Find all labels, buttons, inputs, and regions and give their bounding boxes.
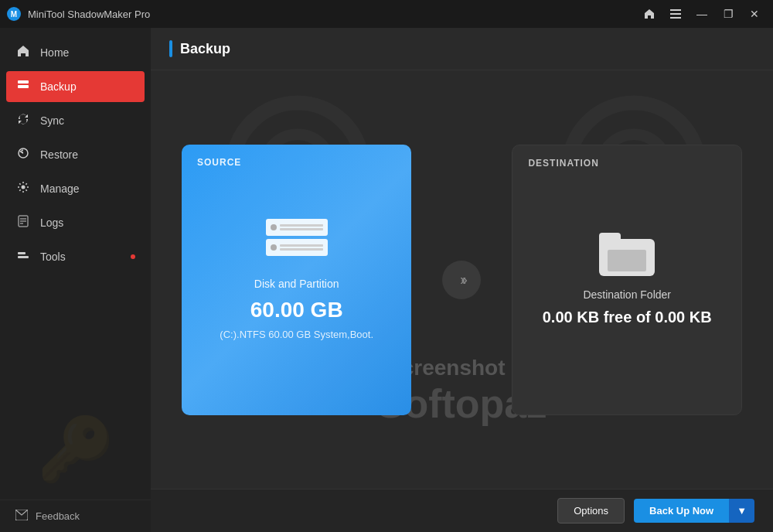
source-detail: (C:).NTFS 60.00 GB System,Boot. [220, 329, 373, 340]
feedback-label: Feedback [36, 510, 80, 522]
manage-icon [15, 181, 31, 196]
svg-rect-3 [670, 13, 681, 15]
backup-icon [15, 79, 31, 94]
sidebar-item-restore[interactable]: Restore [0, 138, 151, 172]
sync-icon [15, 113, 31, 128]
svg-rect-4 [670, 17, 681, 19]
svg-point-10 [22, 186, 26, 189]
menu-titlebar-btn[interactable] [663, 3, 688, 25]
destination-name: Destination Folder [583, 288, 671, 301]
svg-rect-15 [18, 252, 26, 254]
restore-icon [15, 147, 31, 162]
destination-label: DESTINATION [528, 158, 598, 169]
page-title: Backup [180, 41, 230, 57]
header-accent-bar [169, 40, 172, 57]
sidebar-item-manage[interactable]: Manage [0, 172, 151, 206]
tools-label: Tools [40, 251, 66, 263]
svg-rect-2 [670, 9, 681, 11]
sidebar-item-backup[interactable]: Backup [6, 71, 145, 102]
folder-icon [599, 233, 655, 276]
source-name: Disk and Partition [254, 278, 339, 290]
home-titlebar-btn[interactable] [637, 3, 662, 25]
logs-label: Logs [40, 217, 63, 229]
svg-rect-16 [18, 256, 29, 258]
options-button[interactable]: Options [557, 498, 625, 523]
backup-now-button[interactable]: Back Up Now [634, 499, 729, 523]
feedback-link[interactable]: Feedback [0, 500, 151, 532]
tools-notification-dot [131, 254, 135, 259]
manage-label: Manage [40, 182, 80, 195]
sync-label: Sync [40, 114, 64, 127]
svg-point-8 [26, 86, 28, 87]
logs-icon [15, 215, 31, 230]
content-header: Backup [151, 28, 773, 70]
main-layout: 🔑 Home Backup [0, 28, 773, 532]
arrow-forward-btn[interactable]: ›‹› [442, 261, 481, 299]
minimize-btn[interactable]: — [690, 3, 714, 25]
app-logo: M [6, 6, 22, 22]
arrow-icon: ›‹› [460, 271, 464, 288]
restore-label: Restore [40, 148, 78, 161]
maximize-btn[interactable]: ❐ [716, 3, 741, 25]
svg-point-7 [26, 81, 28, 83]
home-label: Home [40, 46, 69, 59]
svg-text:M: M [11, 10, 17, 19]
destination-space: 0.00 KB free of 0.00 KB [543, 309, 712, 326]
disk-partition-icon [266, 219, 328, 265]
content-area: Backup Screenshot by Softo [151, 28, 773, 532]
app-title: MiniTool ShadowMaker Pro [28, 9, 637, 20]
source-label: SOURCE [197, 157, 241, 168]
source-card[interactable]: SOURCE [182, 145, 411, 415]
window-controls: — ❐ ✕ [637, 3, 767, 25]
home-icon [15, 45, 31, 60]
sidebar-item-tools[interactable]: Tools [0, 240, 151, 274]
feedback-icon [15, 510, 28, 523]
tools-icon [15, 249, 31, 264]
destination-card[interactable]: DESTINATION Destination Folder 0.00 KB f… [512, 145, 742, 415]
source-size: 60.00 GB [250, 298, 343, 322]
backup-dropdown-button[interactable]: ▼ [729, 499, 754, 523]
sidebar-item-home[interactable]: Home [0, 36, 151, 70]
backup-label: Backup [40, 80, 77, 93]
backup-button-group: Back Up Now ▼ [634, 499, 754, 523]
sidebar-item-sync[interactable]: Sync [0, 104, 151, 138]
content-footer: Options Back Up Now ▼ [151, 489, 773, 532]
sidebar: 🔑 Home Backup [0, 28, 151, 532]
titlebar: M MiniTool ShadowMaker Pro — ❐ ✕ [0, 0, 773, 28]
close-btn[interactable]: ✕ [742, 3, 767, 25]
sidebar-item-logs[interactable]: Logs [0, 206, 151, 240]
backup-area: Screenshot by Softopaz SOURCE [151, 70, 773, 489]
